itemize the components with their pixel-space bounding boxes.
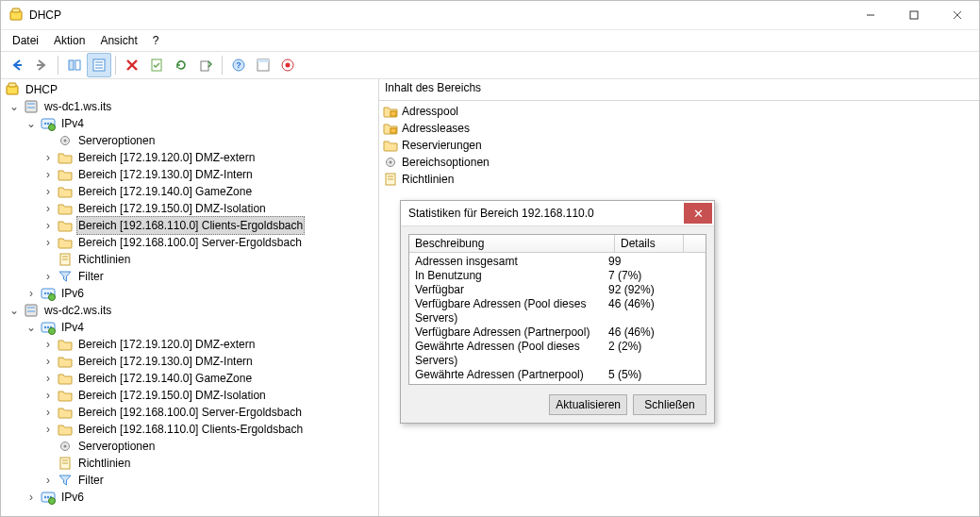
tree-scope[interactable]: ›Bereich [172.19.150.0] DMZ-Isolation [1,200,378,217]
tree-scope[interactable]: ›Bereich [192.168.110.0] Clients-Ergolds… [1,217,378,234]
tree-scope[interactable]: ›Bereich [172.19.150.0] DMZ-Isolation [1,387,378,404]
tree-scope[interactable]: ›Bereich [172.19.120.0] DMZ-extern [1,336,378,353]
help-button[interactable] [226,53,251,77]
tree-server-label: ws-dc2.ws.its [42,302,113,319]
tree-root-label: DHCP [24,81,59,98]
ipv6-icon [41,286,56,301]
col-description[interactable]: Beschreibung [409,235,615,252]
tree-scope-label: Bereich [192.168.100.0] Server-Ergoldsba… [76,234,304,251]
tree-ipv4[interactable]: ⌄ IPv4 [1,319,378,336]
tree-server-label: ws-dc1.ws.its [42,98,113,115]
cell-details: 46 (46%) [608,297,684,325]
expand-icon[interactable]: › [25,492,37,503]
minimize-button[interactable] [849,1,892,29]
expand-icon[interactable]: › [42,169,54,180]
expand-icon[interactable]: › [42,356,54,367]
list-item[interactable]: Adressleases [383,120,975,137]
list-item[interactable]: Richtlinien [383,171,975,188]
cell-description: Gewährte Adressen (Pool dieses Servers) [415,340,608,368]
list-item[interactable]: Adresspool [383,103,975,120]
expand-icon[interactable]: › [42,152,54,163]
tree-scope[interactable]: ›Bereich [172.19.140.0] GameZone [1,370,378,387]
list-item[interactable]: Reservierungen [383,137,975,154]
dialog-close-button[interactable]: ✕ [684,203,712,224]
expand-icon[interactable]: › [42,203,54,214]
list-item-icon [383,172,398,187]
tree-scope-icon [58,371,73,386]
expand-icon[interactable]: › [42,220,54,231]
svg-rect-33 [910,11,918,19]
list-view-button[interactable] [87,53,111,77]
table-row: Adressen insgesamt99 [409,255,706,269]
menu-help[interactable]: ? [145,32,167,49]
expand-icon[interactable]: › [42,271,54,282]
tree-ipv6[interactable]: › IPv6 [1,489,378,506]
tree-filter[interactable]: ›Filter [1,268,378,285]
menu-action[interactable]: Aktion [46,32,92,49]
tree-filter-icon [58,473,73,488]
tree-scope[interactable]: ›Bereich [172.19.130.0] DMZ-Intern [1,353,378,370]
collapse-icon[interactable]: ⌄ [25,118,37,129]
tree-ipv6[interactable]: › IPv6 [1,285,378,302]
tree-filter-icon [58,269,73,284]
tree-scope-icon [58,150,73,165]
maximize-button[interactable] [892,1,936,29]
app-icon [8,8,24,23]
expand-icon[interactable]: › [25,288,37,299]
details-list[interactable]: AdresspoolAdressleasesReservierungenBere… [379,101,979,190]
tree-policies[interactable]: Richtlinien [1,251,378,268]
tree-scope[interactable]: ›Bereich [172.19.140.0] GameZone [1,183,378,200]
menu-view[interactable]: Ansicht [92,32,144,49]
tree-scope[interactable]: ›Bereich [192.168.100.0] Server-Ergoldsb… [1,234,378,251]
close-button[interactable]: Schließen [633,394,706,415]
tree-serveroptions-icon [58,439,73,454]
expand-icon[interactable]: › [42,373,54,384]
dhcp-icon [5,82,20,97]
tree-serveroptions[interactable]: Serveroptionen [1,438,378,455]
menu-file[interactable]: Datei [5,32,46,49]
forward-button[interactable] [29,53,54,77]
record-button[interactable] [275,53,300,77]
export-button[interactable] [193,53,218,77]
properties-button[interactable] [251,53,275,77]
list-item-icon [383,104,398,119]
tree-filter[interactable]: ›Filter [1,472,378,489]
tree-scope-icon [58,235,73,250]
expand-icon[interactable]: › [42,407,54,418]
tree-scope[interactable]: ›Bereich [192.168.100.0] Server-Ergoldsb… [1,404,378,421]
tree-ipv4[interactable]: ⌄ IPv4 [1,115,378,132]
tree-scope[interactable]: ›Bereich [172.19.130.0] DMZ-Intern [1,166,378,183]
collapse-icon[interactable]: ⌄ [8,101,20,112]
expand-icon[interactable]: › [42,186,54,197]
expand-icon[interactable]: › [42,424,54,435]
delete-button[interactable] [120,53,144,77]
tree-serveroptions[interactable]: Serveroptionen [1,132,378,149]
tree-scope[interactable]: ›Bereich [192.168.110.0] Clients-Ergolds… [1,421,378,438]
tree-policies[interactable]: Richtlinien [1,455,378,472]
sheet-button[interactable] [144,53,169,77]
expand-icon[interactable]: › [42,237,54,248]
show-hide-tree-button[interactable] [62,53,87,77]
expand-icon[interactable]: › [42,390,54,401]
col-details[interactable]: Details [615,235,684,252]
tree-scope-label: Bereich [172.19.140.0] GameZone [76,370,254,387]
close-button[interactable] [936,1,979,29]
tree-root[interactable]: DHCP [1,81,378,98]
collapse-icon[interactable]: ⌄ [8,305,20,316]
cell-details: 2 (2%) [608,340,684,368]
list-item[interactable]: Bereichsoptionen [383,154,975,171]
expand-icon[interactable]: › [42,339,54,350]
tree-scope[interactable]: ›Bereich [172.19.120.0] DMZ-extern [1,149,378,166]
dialog-titlebar[interactable]: Statistiken für Bereich 192.168.110.0 ✕ [401,201,714,226]
refresh-button[interactable]: Aktualisieren [549,394,627,415]
scope-tree[interactable]: DHCP ⌄ ws-dc1.ws.its [1,79,379,516]
table-row: In Benutzung7 (7%) [409,269,706,283]
collapse-icon[interactable]: ⌄ [25,322,37,333]
list-item-label: Adressleases [402,122,470,135]
refresh-button[interactable] [169,53,193,77]
tree-server[interactable]: ⌄ ws-dc1.ws.its [1,98,378,115]
expand-icon[interactable]: › [42,475,54,486]
grid-header[interactable]: Beschreibung Details [409,235,706,253]
back-button[interactable] [5,53,29,77]
tree-server[interactable]: ⌄ ws-dc2.ws.its [1,302,378,319]
